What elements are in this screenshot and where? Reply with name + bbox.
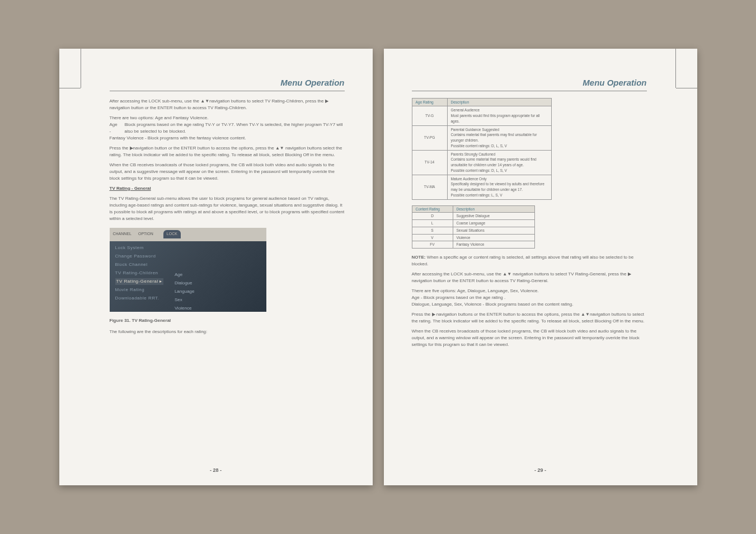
content-rating-table: Content Rating Description DSuggestive D… bbox=[412, 205, 535, 249]
menu-item: Movie Rating bbox=[115, 287, 163, 293]
submenu-item: Language bbox=[175, 288, 195, 295]
tab-channel: CHANNEL bbox=[110, 230, 135, 238]
cell-rating: TV-14 bbox=[412, 150, 447, 175]
page-number: - 29 - bbox=[384, 467, 697, 475]
table-row: TV-GGeneral Audience Most parents would … bbox=[412, 106, 551, 125]
cell-desc: General Audience Most parents would find… bbox=[447, 106, 551, 125]
cell: Suggestive Dialogue bbox=[453, 213, 534, 220]
section-heading: TV Rating - General bbox=[110, 185, 345, 192]
tab-unknown bbox=[157, 233, 163, 236]
cell: Fantasy Violence bbox=[453, 241, 534, 249]
body-text: The following are the descriptions for e… bbox=[110, 329, 345, 335]
table-row: FVFantasy Violence bbox=[412, 241, 534, 249]
body-line: There are five options: Age, Dialogue, L… bbox=[412, 288, 539, 293]
body-text: The TV Rating-General sub-menu allows th… bbox=[110, 195, 345, 222]
figure-screenshot: CHANNEL OPTION LOCK Lock System Change P… bbox=[110, 228, 266, 312]
cell: S bbox=[412, 227, 453, 234]
corner-decoration bbox=[59, 88, 81, 88]
table-row: TV-MAMature Audience Only Specifically d… bbox=[412, 175, 551, 199]
page-right: Menu Operation Age Rating Description TV… bbox=[384, 49, 697, 485]
cell: L bbox=[412, 220, 453, 227]
age-rating-table: Age Rating Description TV-GGeneral Audie… bbox=[412, 98, 552, 200]
menu-item: Block Channel bbox=[115, 261, 163, 268]
tab-option: OPTION bbox=[135, 230, 157, 238]
table-header: Description bbox=[447, 98, 551, 106]
menu-item: Lock System bbox=[115, 245, 163, 251]
table-header: Content Rating bbox=[412, 205, 453, 213]
menu-item-selected: TV Rating-General ▸ bbox=[115, 278, 163, 285]
table-header: Description bbox=[453, 205, 534, 213]
body-text: After accessing the LOCK sub-menu, use t… bbox=[110, 98, 345, 111]
figure-menu-column: Lock System Change Password Block Channe… bbox=[115, 245, 163, 312]
corner-decoration bbox=[676, 88, 697, 88]
table-row: VViolence bbox=[412, 234, 534, 241]
table-header-row: Content Rating Description bbox=[412, 205, 534, 213]
body-text: Block programs based on the age rating T… bbox=[124, 121, 344, 135]
cell: Violence bbox=[453, 234, 534, 241]
submenu-item: Dialogue bbox=[175, 280, 195, 287]
table-header: Age Rating bbox=[412, 98, 447, 106]
cell-desc: Parents Strongly Cautioned Contains some… bbox=[447, 150, 551, 175]
body-text: Press the ▶navigation button or the ENTE… bbox=[110, 145, 345, 158]
body-text: When the CB receives broadcasts of those… bbox=[110, 162, 345, 182]
table-row: LCoarse Language bbox=[412, 220, 534, 227]
note-text: NOTE: When a specific age or content rat… bbox=[412, 254, 647, 268]
cell: D bbox=[412, 213, 453, 220]
table-header-row: Age Rating Description bbox=[412, 98, 551, 106]
menu-item: Downloadable RRT. bbox=[115, 295, 163, 302]
body-text: After accessing the LOCK sub-menu, use t… bbox=[412, 271, 647, 284]
body-text: There are five options: Age, Dialogue, L… bbox=[412, 288, 647, 308]
cell: Sexual Situations bbox=[453, 227, 534, 234]
table-row: TV-14Parents Strongly Cautioned Contains… bbox=[412, 150, 551, 175]
cell: FV bbox=[412, 241, 453, 249]
tab-lock: LOCK bbox=[163, 230, 181, 238]
cell-desc: Mature Audience Only Specifically design… bbox=[447, 175, 551, 199]
table-row: TV-PGParental Guidance Suggested Contain… bbox=[412, 125, 551, 150]
submenu-item: Violence bbox=[175, 305, 195, 312]
cell-rating: TV-PG bbox=[412, 125, 447, 150]
menu-item: Change Password bbox=[115, 253, 163, 260]
page-title: Menu Operation bbox=[412, 77, 647, 91]
body-text: There are two options: Age and Fantasy V… bbox=[110, 115, 345, 121]
corner-decoration bbox=[675, 49, 676, 88]
page-left: Menu Operation After accessing the LOCK … bbox=[59, 49, 373, 485]
body-text: Age - bbox=[110, 121, 118, 135]
submenu-item: Age bbox=[175, 271, 195, 278]
body-text: Fantasy Violence - Block programs with t… bbox=[110, 135, 345, 142]
note-label: NOTE: bbox=[412, 255, 426, 260]
figure-tabs: CHANNEL OPTION LOCK bbox=[110, 228, 266, 241]
note-body: When a specific age or content rating is… bbox=[412, 255, 634, 266]
body-line: Dialogue, Language, Sex, Violence - Bloc… bbox=[412, 302, 574, 307]
body-text: When the CB receives broadcasts of those… bbox=[412, 328, 647, 348]
menu-item: TV Rating-Children bbox=[115, 270, 163, 277]
cell: V bbox=[412, 234, 453, 241]
corner-decoration bbox=[81, 49, 81, 88]
body-line: Age - Block programs based on the age ra… bbox=[412, 295, 506, 300]
figure-submenu-column: Age Dialogue Language Sex Violence bbox=[175, 271, 195, 312]
figure-caption: Figure 31. TV Rating-General bbox=[110, 317, 345, 324]
page-spread: Menu Operation After accessing the LOCK … bbox=[59, 49, 697, 485]
cell: Coarse Language bbox=[453, 220, 534, 227]
page-number: - 28 - bbox=[59, 467, 373, 475]
cell-desc: Parental Guidance Suggested Contains mat… bbox=[447, 125, 551, 150]
submenu-item: Sex bbox=[175, 297, 195, 303]
cell-rating: TV-G bbox=[412, 106, 447, 125]
body-text: Press the ▶ navigation buttons or the EN… bbox=[412, 311, 647, 325]
table-row: DSuggestive Dialogue bbox=[412, 213, 534, 220]
cell-rating: TV-MA bbox=[412, 175, 447, 199]
table-row: SSexual Situations bbox=[412, 227, 534, 234]
page-title: Menu Operation bbox=[110, 77, 345, 91]
